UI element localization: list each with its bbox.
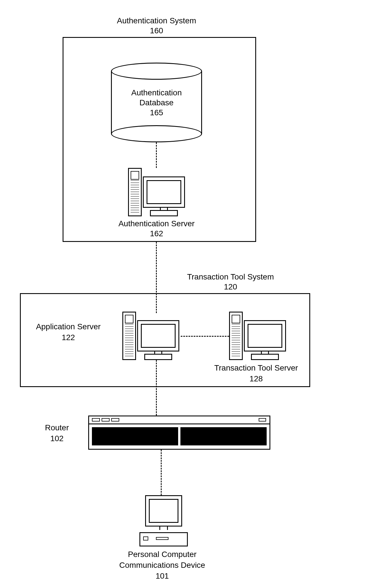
conn-app-tt	[181, 336, 229, 337]
pc-label-2: Communications Device	[94, 560, 231, 570]
conn-db-authserver	[156, 142, 157, 168]
router-ref: 102	[31, 433, 83, 443]
tt-server-ref: 128	[205, 374, 307, 384]
app-server-ref: 122	[26, 332, 111, 342]
tts-title: Transaction Tool System	[168, 272, 293, 282]
router-label: Router	[31, 423, 83, 433]
tts-ref: 120	[168, 282, 293, 292]
pc-ref: 101	[94, 571, 231, 581]
db-label-2: Database	[139, 98, 174, 108]
db-ref: 165	[150, 108, 163, 118]
app-server-icon	[122, 312, 179, 360]
conn-tts-router	[156, 360, 157, 416]
router-icon	[88, 416, 270, 450]
auth-server-ref: 162	[100, 229, 213, 239]
tt-server-label: Transaction Tool Server	[205, 363, 307, 373]
db-label-1: Authentication	[131, 88, 182, 98]
auth-system-title: Authentication System	[94, 16, 219, 26]
conn-router-pc	[161, 450, 162, 495]
pc-label-1: Personal Computer	[94, 549, 231, 559]
pc-icon	[139, 495, 188, 546]
database-icon: Authentication Database 165	[111, 63, 202, 142]
auth-server-icon	[128, 168, 185, 216]
tt-server-icon	[229, 312, 286, 360]
auth-server-label: Authentication Server	[100, 219, 213, 229]
app-server-label: Application Server	[26, 322, 111, 332]
auth-system-ref: 160	[94, 26, 219, 36]
